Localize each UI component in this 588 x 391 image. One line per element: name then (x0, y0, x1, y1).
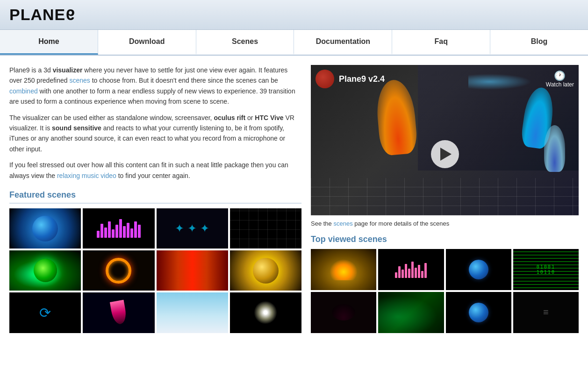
intro-paragraph-1: Plane9 is a 3d visualizer where you neve… (9, 65, 301, 107)
scene-grid-row3: ⟳ (9, 292, 301, 333)
combined-link[interactable]: combined (9, 87, 38, 95)
video-container[interactable]: Plane9 v2.4 🕐 Watch later (311, 65, 579, 215)
scene-thumb-grid[interactable] (230, 208, 301, 249)
right-column: Plane9 v2.4 🕐 Watch later See the scen (311, 65, 579, 335)
top-scenes-grid-row1: 0100110110 (311, 249, 579, 290)
intro-paragraph-2: The visualizer can be used either as sta… (9, 113, 301, 155)
scenes-link-caption[interactable]: scenes (333, 220, 352, 227)
left-column: Plane9 is a 3d visualizer where you neve… (9, 65, 301, 335)
top-viewed-title: Top viewed scenes (311, 235, 579, 244)
video-caption: See the scenes page for more details of … (311, 220, 579, 227)
top-thumb-dark[interactable] (311, 292, 376, 333)
video-title: Plane9 v2.4 (339, 74, 385, 84)
play-icon (440, 148, 452, 161)
scene-thumb-sky[interactable] (157, 292, 228, 333)
featured-scenes-title: Featured scenes (9, 190, 301, 204)
navigation: Home Download Scenes Documentation Faq B… (0, 30, 588, 56)
top-thumb-matrix[interactable]: 0100110110 (513, 249, 579, 290)
play-button[interactable] (431, 140, 459, 168)
scene-thumb-dna[interactable] (83, 292, 154, 333)
top-thumb-gold[interactable] (311, 249, 376, 290)
nav-documentation[interactable]: Documentation (294, 30, 392, 55)
watch-later-button[interactable]: 🕐 Watch later (546, 70, 574, 88)
scene-thumb-earth[interactable] (9, 208, 81, 249)
scene-grid-row2 (9, 250, 301, 291)
scenes-link-1[interactable]: scenes (69, 77, 90, 84)
relaxing-video-link[interactable]: relaxing music video (57, 172, 116, 179)
video-scene-area (311, 93, 579, 215)
scene-thumb-green[interactable] (9, 250, 81, 291)
nav-blog[interactable]: Blog (490, 30, 588, 55)
top-thumb-misc[interactable]: ≡ (513, 292, 579, 333)
video-player: Plane9 v2.4 🕐 Watch later (311, 65, 579, 215)
nav-home[interactable]: Home (0, 30, 98, 55)
clock-icon: 🕐 (554, 70, 566, 81)
site-logo: PLANE9 (9, 6, 75, 24)
scene-thumb-burst[interactable] (230, 292, 301, 333)
scene-thumb-red-hall[interactable] (157, 250, 228, 291)
scene-grid-row1: ✦ ✦ ✦ (9, 208, 301, 249)
top-thumb-green2[interactable] (378, 292, 444, 333)
top-thumb-earth[interactable] (446, 249, 511, 290)
scene-thumb-eq[interactable] (83, 208, 154, 249)
scene-thumb-orange-ring[interactable] (83, 250, 154, 291)
intro-paragraph-3: If you feel stressed out over how all th… (9, 160, 301, 181)
top-thumb-earth2[interactable] (446, 292, 511, 333)
scene-thumb-blue-tri[interactable]: ⟳ (9, 292, 81, 333)
scene-thumb-gold-sphere[interactable] (230, 250, 301, 291)
main-content: Plane9 is a 3d visualizer where you neve… (0, 56, 588, 344)
nav-scenes[interactable]: Scenes (196, 30, 294, 55)
nav-download[interactable]: Download (98, 30, 196, 55)
nav-faq[interactable]: Faq (392, 30, 490, 55)
top-thumb-pink-eq[interactable] (378, 249, 444, 290)
scene-thumb-particles[interactable]: ✦ ✦ ✦ (157, 208, 228, 249)
video-avatar (316, 70, 334, 88)
top-scenes-grid-row2: ≡ (311, 292, 579, 333)
header: PLANE9 (0, 0, 588, 30)
